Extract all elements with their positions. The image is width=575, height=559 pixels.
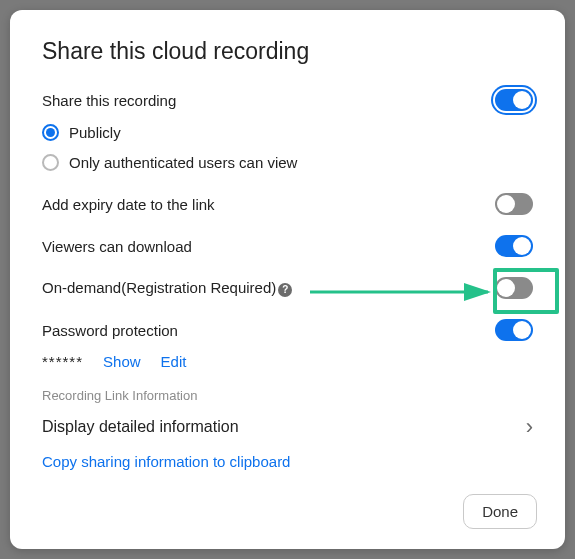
- radio-selected-icon: [42, 124, 59, 141]
- share-recording-toggle[interactable]: [495, 89, 533, 111]
- done-button[interactable]: Done: [463, 494, 537, 529]
- password-label: Password protection: [42, 322, 178, 339]
- password-show-link[interactable]: Show: [103, 353, 141, 370]
- password-controls: ****** Show Edit: [42, 353, 533, 370]
- copy-sharing-info-link[interactable]: Copy sharing information to clipboard: [42, 453, 290, 470]
- password-row: Password protection: [42, 309, 533, 351]
- share-option-authenticated[interactable]: Only authenticated users can view: [42, 147, 533, 177]
- chevron-right-icon: ›: [526, 414, 533, 440]
- share-option-publicly[interactable]: Publicly: [42, 117, 533, 147]
- dialog-footer: Done: [463, 494, 537, 529]
- download-row: Viewers can download: [42, 225, 533, 267]
- share-recording-dialog: Share this cloud recording Share this re…: [10, 10, 565, 549]
- password-masked: ******: [42, 353, 83, 370]
- share-option-authenticated-label: Only authenticated users can view: [69, 154, 297, 171]
- password-toggle[interactable]: [495, 319, 533, 341]
- display-detailed-info-row[interactable]: Display detailed information ›: [42, 409, 533, 445]
- share-recording-label: Share this recording: [42, 92, 176, 109]
- password-edit-link[interactable]: Edit: [161, 353, 187, 370]
- expiry-row: Add expiry date to the link: [42, 183, 533, 225]
- dialog-title: Share this cloud recording: [42, 38, 533, 65]
- help-icon[interactable]: ?: [278, 283, 292, 297]
- radio-unselected-icon: [42, 154, 59, 171]
- display-detailed-info-label: Display detailed information: [42, 418, 239, 436]
- ondemand-label: On-demand(Registration Required): [42, 279, 276, 296]
- download-label: Viewers can download: [42, 238, 192, 255]
- ondemand-row: On-demand(Registration Required)?: [42, 267, 533, 309]
- share-option-publicly-label: Publicly: [69, 124, 121, 141]
- ondemand-label-wrap: On-demand(Registration Required)?: [42, 279, 292, 297]
- expiry-toggle[interactable]: [495, 193, 533, 215]
- expiry-label: Add expiry date to the link: [42, 196, 215, 213]
- link-info-section-label: Recording Link Information: [42, 388, 533, 403]
- download-toggle[interactable]: [495, 235, 533, 257]
- share-this-recording-row: Share this recording: [42, 83, 533, 117]
- ondemand-toggle[interactable]: [495, 277, 533, 299]
